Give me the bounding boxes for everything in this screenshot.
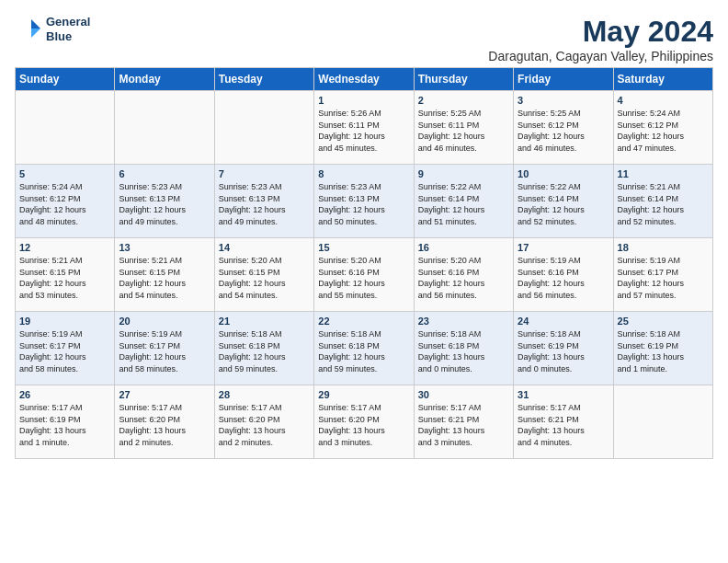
- day-number: 28: [219, 389, 310, 400]
- day-number: 23: [418, 316, 509, 327]
- cell-info: Sunrise: 5:22 AM Sunset: 6:14 PM Dayligh…: [518, 181, 609, 227]
- logo: General Blue: [15, 15, 90, 43]
- calendar-cell: 19Sunrise: 5:19 AM Sunset: 6:17 PM Dayli…: [16, 312, 115, 385]
- cell-info: Sunrise: 5:22 AM Sunset: 6:14 PM Dayligh…: [418, 181, 509, 227]
- calendar-cell: [613, 385, 712, 459]
- day-number: 22: [318, 316, 409, 327]
- day-number: 10: [518, 168, 609, 179]
- calendar-cell: 8Sunrise: 5:23 AM Sunset: 6:13 PM Daylig…: [314, 165, 414, 238]
- cell-info: Sunrise: 5:25 AM Sunset: 6:11 PM Dayligh…: [418, 108, 509, 154]
- cell-info: Sunrise: 5:23 AM Sunset: 6:13 PM Dayligh…: [318, 181, 409, 227]
- calendar-cell: 21Sunrise: 5:18 AM Sunset: 6:18 PM Dayli…: [214, 312, 313, 385]
- weekday-header: Sunday: [16, 68, 115, 91]
- calendar-table: SundayMondayTuesdayWednesdayThursdayFrid…: [15, 67, 713, 459]
- calendar-cell: 27Sunrise: 5:17 AM Sunset: 6:20 PM Dayli…: [115, 385, 214, 459]
- cell-info: Sunrise: 5:20 AM Sunset: 6:16 PM Dayligh…: [318, 255, 409, 301]
- calendar-cell: 20Sunrise: 5:19 AM Sunset: 6:17 PM Dayli…: [115, 312, 214, 385]
- page-header: General Blue May 2024 Daragutan, Cagayan…: [15, 15, 713, 63]
- calendar-cell: [16, 91, 115, 165]
- cell-info: Sunrise: 5:17 AM Sunset: 6:21 PM Dayligh…: [518, 402, 609, 448]
- location: Daragutan, Cagayan Valley, Philippines: [488, 49, 713, 63]
- day-number: 15: [318, 242, 409, 253]
- cell-info: Sunrise: 5:23 AM Sunset: 6:13 PM Dayligh…: [219, 181, 310, 227]
- calendar-cell: 29Sunrise: 5:17 AM Sunset: 6:20 PM Dayli…: [314, 385, 414, 459]
- cell-info: Sunrise: 5:19 AM Sunset: 6:17 PM Dayligh…: [19, 328, 110, 374]
- day-number: 30: [418, 389, 509, 400]
- calendar-week-row: 19Sunrise: 5:19 AM Sunset: 6:17 PM Dayli…: [16, 312, 713, 385]
- calendar-cell: 13Sunrise: 5:21 AM Sunset: 6:15 PM Dayli…: [115, 238, 214, 312]
- day-number: 7: [219, 168, 310, 179]
- weekday-header: Tuesday: [214, 68, 313, 91]
- calendar-cell: 7Sunrise: 5:23 AM Sunset: 6:13 PM Daylig…: [214, 165, 313, 238]
- cell-info: Sunrise: 5:21 AM Sunset: 6:15 PM Dayligh…: [119, 255, 210, 301]
- calendar-cell: 3Sunrise: 5:25 AM Sunset: 6:12 PM Daylig…: [514, 91, 613, 165]
- day-number: 4: [618, 95, 709, 106]
- weekday-header: Thursday: [414, 68, 513, 91]
- calendar-cell: 30Sunrise: 5:17 AM Sunset: 6:21 PM Dayli…: [414, 385, 513, 459]
- cell-info: Sunrise: 5:17 AM Sunset: 6:20 PM Dayligh…: [219, 402, 310, 448]
- calendar-cell: 24Sunrise: 5:18 AM Sunset: 6:19 PM Dayli…: [514, 312, 613, 385]
- day-number: 24: [518, 316, 609, 327]
- cell-info: Sunrise: 5:21 AM Sunset: 6:15 PM Dayligh…: [19, 255, 110, 301]
- cell-info: Sunrise: 5:17 AM Sunset: 6:20 PM Dayligh…: [119, 402, 210, 448]
- cell-info: Sunrise: 5:26 AM Sunset: 6:11 PM Dayligh…: [318, 108, 409, 154]
- title-block: May 2024 Daragutan, Cagayan Valley, Phil…: [488, 15, 713, 63]
- calendar-cell: 26Sunrise: 5:17 AM Sunset: 6:19 PM Dayli…: [16, 385, 115, 459]
- calendar-cell: [115, 91, 214, 165]
- day-number: 5: [19, 168, 110, 179]
- logo-text: General Blue: [46, 15, 90, 43]
- day-number: 16: [418, 242, 509, 253]
- day-number: 25: [618, 316, 709, 327]
- calendar-cell: [214, 91, 313, 165]
- calendar-cell: 2Sunrise: 5:25 AM Sunset: 6:11 PM Daylig…: [414, 91, 513, 165]
- day-number: 26: [19, 389, 110, 400]
- logo-icon: [15, 16, 42, 43]
- cell-info: Sunrise: 5:24 AM Sunset: 6:12 PM Dayligh…: [19, 181, 110, 227]
- cell-info: Sunrise: 5:18 AM Sunset: 6:18 PM Dayligh…: [219, 328, 310, 374]
- calendar-cell: 15Sunrise: 5:20 AM Sunset: 6:16 PM Dayli…: [314, 238, 414, 312]
- weekday-header: Friday: [514, 68, 613, 91]
- calendar-cell: 28Sunrise: 5:17 AM Sunset: 6:20 PM Dayli…: [214, 385, 313, 459]
- calendar-cell: 23Sunrise: 5:18 AM Sunset: 6:18 PM Dayli…: [414, 312, 513, 385]
- calendar-cell: 4Sunrise: 5:24 AM Sunset: 6:12 PM Daylig…: [613, 91, 712, 165]
- calendar-cell: 11Sunrise: 5:21 AM Sunset: 6:14 PM Dayli…: [613, 165, 712, 238]
- calendar-cell: 6Sunrise: 5:23 AM Sunset: 6:13 PM Daylig…: [115, 165, 214, 238]
- calendar-cell: 25Sunrise: 5:18 AM Sunset: 6:19 PM Dayli…: [613, 312, 712, 385]
- cell-info: Sunrise: 5:18 AM Sunset: 6:19 PM Dayligh…: [618, 328, 709, 374]
- weekday-header-row: SundayMondayTuesdayWednesdayThursdayFrid…: [16, 68, 713, 91]
- day-number: 11: [618, 168, 709, 179]
- day-number: 1: [318, 95, 409, 106]
- cell-info: Sunrise: 5:19 AM Sunset: 6:17 PM Dayligh…: [119, 328, 210, 374]
- day-number: 12: [19, 242, 110, 253]
- calendar-cell: 31Sunrise: 5:17 AM Sunset: 6:21 PM Dayli…: [514, 385, 613, 459]
- cell-info: Sunrise: 5:17 AM Sunset: 6:20 PM Dayligh…: [318, 402, 409, 448]
- calendar-cell: 9Sunrise: 5:22 AM Sunset: 6:14 PM Daylig…: [414, 165, 513, 238]
- day-number: 9: [418, 168, 509, 179]
- cell-info: Sunrise: 5:20 AM Sunset: 6:16 PM Dayligh…: [418, 255, 509, 301]
- cell-info: Sunrise: 5:18 AM Sunset: 6:19 PM Dayligh…: [518, 328, 609, 374]
- calendar-cell: 5Sunrise: 5:24 AM Sunset: 6:12 PM Daylig…: [16, 165, 115, 238]
- cell-info: Sunrise: 5:21 AM Sunset: 6:14 PM Dayligh…: [618, 181, 709, 227]
- calendar-week-row: 12Sunrise: 5:21 AM Sunset: 6:15 PM Dayli…: [16, 238, 713, 312]
- calendar-cell: 22Sunrise: 5:18 AM Sunset: 6:18 PM Dayli…: [314, 312, 414, 385]
- day-number: 20: [119, 316, 210, 327]
- day-number: 6: [119, 168, 210, 179]
- cell-info: Sunrise: 5:23 AM Sunset: 6:13 PM Dayligh…: [119, 181, 210, 227]
- calendar-week-row: 26Sunrise: 5:17 AM Sunset: 6:19 PM Dayli…: [16, 385, 713, 459]
- cell-info: Sunrise: 5:19 AM Sunset: 6:16 PM Dayligh…: [518, 255, 609, 301]
- day-number: 14: [219, 242, 310, 253]
- calendar-cell: 14Sunrise: 5:20 AM Sunset: 6:15 PM Dayli…: [214, 238, 313, 312]
- cell-info: Sunrise: 5:24 AM Sunset: 6:12 PM Dayligh…: [618, 108, 709, 154]
- calendar-cell: 16Sunrise: 5:20 AM Sunset: 6:16 PM Dayli…: [414, 238, 513, 312]
- cell-info: Sunrise: 5:17 AM Sunset: 6:21 PM Dayligh…: [418, 402, 509, 448]
- day-number: 31: [518, 389, 609, 400]
- weekday-header: Monday: [115, 68, 214, 91]
- weekday-header: Wednesday: [314, 68, 414, 91]
- cell-info: Sunrise: 5:18 AM Sunset: 6:18 PM Dayligh…: [318, 328, 409, 374]
- day-number: 17: [518, 242, 609, 253]
- calendar-cell: 12Sunrise: 5:21 AM Sunset: 6:15 PM Dayli…: [16, 238, 115, 312]
- day-number: 18: [618, 242, 709, 253]
- day-number: 29: [318, 389, 409, 400]
- calendar-cell: 1Sunrise: 5:26 AM Sunset: 6:11 PM Daylig…: [314, 91, 414, 165]
- cell-info: Sunrise: 5:20 AM Sunset: 6:15 PM Dayligh…: [219, 255, 310, 301]
